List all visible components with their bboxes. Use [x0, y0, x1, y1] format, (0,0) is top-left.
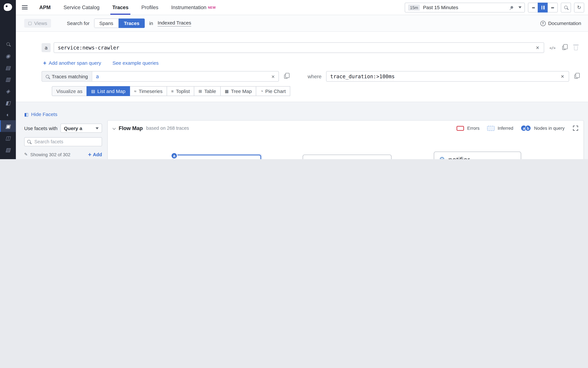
traces-matching-chip: Traces matching [42, 71, 92, 81]
chevron-down-icon [96, 127, 99, 129]
search-facets-input[interactable] [24, 137, 102, 147]
main-panels: Flow Map based on 268 traces Errors Infe… [107, 120, 584, 159]
collapse-panel-icon: ◧ [24, 112, 28, 117]
top-nav-right: 15m Past 15 Minutes ◂◂ ▸▸ ↻ [405, 2, 588, 12]
where-label: where [308, 74, 321, 79]
visualize-option-icon: ≡ [171, 89, 174, 93]
traces-matching-input[interactable]: Traces matching a × [42, 71, 279, 82]
top-nav: APMService CatalogTracesProfilesInstrume… [16, 0, 588, 15]
in-label: in [149, 20, 153, 26]
toggle-traces[interactable]: Traces [118, 18, 145, 28]
synthetics-icon[interactable]: ◴ [0, 156, 16, 159]
traces-matching-row: Traces matching a × where trace_duration… [42, 71, 580, 82]
notebooks-icon[interactable]: ▨ [0, 144, 16, 156]
spans-traces-toggle: Spans Traces [94, 18, 145, 28]
query-panel: a service:news-crawler × </> + Add anoth… [16, 32, 588, 102]
rail-icon-list: ◉▤▥◈◧◐▣◫▨◴◬◎ [0, 38, 16, 159]
visualize-option[interactable]: ≡ Toplist [167, 86, 195, 96]
views-icon: ▢ [28, 21, 32, 26]
node-notifier[interactable]: ⚙ notifier 0.29 hits/s [434, 152, 521, 159]
visualize-option[interactable]: ◔ Pie Chart [256, 86, 290, 96]
copy-icon [562, 46, 566, 50]
copy-where-button[interactable] [571, 72, 580, 81]
add-facet-button[interactable]: +Add [88, 151, 102, 157]
hide-facets-button[interactable]: ◧ Hide Facets [24, 112, 102, 117]
where-input[interactable]: trace_duration:>100ms × [326, 71, 569, 82]
visualize-option[interactable]: ▦ Tree Map [220, 86, 256, 96]
watchdog-icon[interactable]: ◉ [0, 50, 16, 62]
metrics-icon[interactable]: ▥ [0, 73, 16, 85]
time-range-picker[interactable]: 15m Past 15 Minutes [405, 2, 525, 12]
traces-icon[interactable]: ▣ [0, 120, 16, 132]
span-query-row: a service:news-crawler × </> [42, 42, 580, 53]
query-a-badge: a [171, 152, 178, 159]
chevron-down-icon[interactable] [518, 6, 522, 8]
query-links-row: + Add another span query See example que… [43, 60, 159, 66]
skip-forward-button[interactable]: ▸▸ [547, 2, 558, 12]
search-icon [27, 140, 31, 143]
service-map-icon[interactable]: ◫ [0, 132, 16, 144]
facets-panel: ◧ Hide Facets Use facets with Query a ✎ … [24, 112, 102, 159]
code-view-button[interactable]: </> [547, 43, 556, 52]
query-label-chip: a [42, 43, 51, 52]
content-area: ◧ Hide Facets Use facets with Query a ✎ … [16, 102, 588, 159]
facets-showing-row: ✎ Showing 302 of 302 +Add [24, 151, 102, 157]
nav-item[interactable]: Profiles [135, 0, 165, 15]
clear-where-icon[interactable]: × [560, 74, 565, 79]
trash-icon [574, 46, 578, 50]
indexed-traces-link[interactable]: Indexed Traces [158, 20, 191, 27]
pause-button[interactable] [538, 2, 548, 12]
search-icon [46, 75, 49, 78]
gears-icon: ⚙ [308, 159, 314, 159]
menu-icon[interactable] [22, 5, 27, 9]
nav-item[interactable]: APM [33, 0, 57, 15]
primary-nav: APMService CatalogTracesProfilesInstrume… [33, 0, 222, 15]
visualize-option-icon: ≈ [134, 89, 136, 93]
copy-icon [284, 74, 288, 78]
clear-query-icon[interactable]: × [535, 45, 540, 50]
copy-matching-button[interactable] [281, 72, 290, 81]
use-facets-row: Use facets with Query a [24, 124, 102, 133]
skip-back-button[interactable]: ◂◂ [528, 2, 538, 12]
nav-item[interactable]: Traces [106, 0, 135, 15]
visualize-option-icon: ▤ [91, 89, 95, 94]
flow-map-canvas: a ⚙ news-crawler 0.3 hits/s ⚙ sentiment-… [108, 120, 583, 159]
node-sentiment-analyser[interactable]: ⚙ sentiment-analyser 0.3 hits/s [303, 155, 391, 159]
toggle-spans[interactable]: Spans [94, 18, 118, 28]
datadog-logo[interactable] [4, 3, 12, 11]
plus-icon: + [43, 60, 46, 66]
apm-icon[interactable]: ◧ [0, 97, 16, 109]
nav-item[interactable]: InstrumentationNEW [165, 0, 222, 15]
gears-icon: ⚙ [439, 156, 445, 159]
nav-item[interactable]: Service Catalog [57, 0, 106, 15]
visualize-option[interactable]: ▤ List and Map [87, 86, 130, 96]
search-sub-bar: ▢ Views Search for Spans Traces in Index… [16, 15, 588, 32]
span-query-input[interactable]: service:news-crawler × [54, 42, 544, 53]
clear-matching-icon[interactable]: × [271, 74, 276, 79]
time-chip: 15m [408, 4, 420, 10]
visualize-option[interactable]: ≈ Timeseries [130, 86, 167, 96]
facets-query-dropdown[interactable]: Query a [61, 124, 102, 133]
delete-query-button[interactable] [571, 43, 580, 52]
search-icon[interactable] [0, 38, 16, 50]
integrations-icon[interactable]: ◈ [0, 85, 16, 97]
pin-icon[interactable] [510, 6, 514, 9]
ci-visibility-icon[interactable]: ◐ [0, 109, 16, 120]
question-icon: ? [540, 21, 545, 26]
time-controls: ◂◂ ▸▸ ↻ [528, 2, 584, 12]
copy-query-button[interactable] [559, 43, 568, 52]
visualize-option[interactable]: ⊞ Table [194, 86, 221, 96]
copy-icon [574, 74, 578, 78]
infrastructure-icon[interactable]: ▤ [0, 62, 16, 73]
node-news-crawler[interactable]: a ⚙ news-crawler 0.3 hits/s [173, 155, 261, 159]
zoom-out-button[interactable] [561, 2, 571, 12]
documentation-link[interactable]: ? Documentation [540, 20, 581, 26]
visualize-option-icon: ◔ [261, 89, 263, 93]
example-queries-link[interactable]: See example queries [112, 60, 159, 66]
add-span-query-link[interactable]: + Add another span query [43, 60, 101, 66]
left-nav-rail: ◉▤▥◈◧◐▣◫▨◴◬◎ ? + [0, 0, 16, 159]
refresh-button[interactable]: ↻ [574, 2, 584, 12]
visualize-option-icon: ⊞ [199, 89, 202, 94]
datadog-apm-traces-page: ◉▤▥◈◧◐▣◫▨◴◬◎ ? + APMService CatalogTrace… [0, 0, 588, 159]
views-button[interactable]: ▢ Views [24, 19, 51, 28]
